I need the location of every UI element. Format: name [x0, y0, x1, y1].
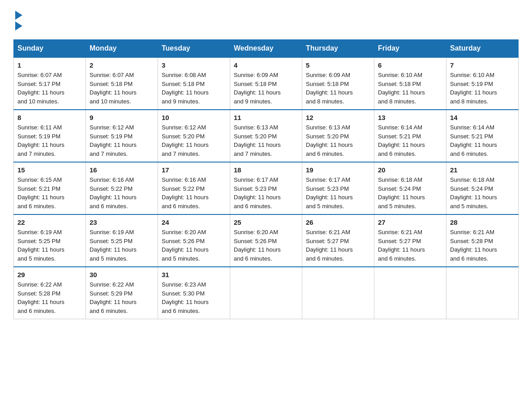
calendar-day-cell: 14 Sunrise: 6:14 AM Sunset: 5:21 PM Dayl… — [446, 110, 519, 162]
day-info: Sunrise: 6:07 AM Sunset: 5:17 PM Dayligh… — [17, 71, 82, 106]
calendar-day-cell — [374, 267, 446, 319]
day-number: 29 — [17, 271, 82, 278]
day-info: Sunrise: 6:12 AM Sunset: 5:20 PM Dayligh… — [162, 123, 226, 158]
day-info: Sunrise: 6:20 AM Sunset: 5:26 PM Dayligh… — [234, 228, 298, 263]
logo-arrow-icon — [15, 11, 22, 20]
day-info: Sunrise: 6:09 AM Sunset: 5:18 PM Dayligh… — [306, 71, 370, 106]
day-number: 22 — [17, 218, 82, 226]
day-number: 18 — [234, 166, 298, 174]
day-info: Sunrise: 6:09 AM Sunset: 5:18 PM Dayligh… — [234, 71, 298, 106]
weekday-header-sunday: Sunday — [14, 40, 86, 58]
calendar-day-cell: 29 Sunrise: 6:22 AM Sunset: 5:28 PM Dayl… — [14, 267, 86, 319]
calendar-day-cell: 27 Sunrise: 6:21 AM Sunset: 5:27 PM Dayl… — [374, 214, 446, 267]
day-number: 14 — [450, 114, 515, 121]
day-info: Sunrise: 6:21 AM Sunset: 5:27 PM Dayligh… — [306, 228, 370, 263]
logo-arrow-icon2 — [15, 21, 22, 30]
day-info: Sunrise: 6:10 AM Sunset: 5:18 PM Dayligh… — [378, 71, 442, 106]
day-number: 6 — [378, 61, 442, 69]
calendar-day-cell: 3 Sunrise: 6:08 AM Sunset: 5:18 PM Dayli… — [158, 57, 230, 110]
calendar-day-cell: 24 Sunrise: 6:20 AM Sunset: 5:26 PM Dayl… — [158, 214, 230, 267]
day-info: Sunrise: 6:22 AM Sunset: 5:29 PM Dayligh… — [90, 280, 154, 315]
day-number: 30 — [90, 271, 154, 278]
day-number: 28 — [450, 218, 515, 226]
day-info: Sunrise: 6:12 AM Sunset: 5:19 PM Dayligh… — [90, 123, 154, 158]
day-number: 19 — [306, 166, 370, 174]
day-number: 16 — [90, 166, 154, 174]
day-number: 8 — [17, 114, 82, 121]
day-info: Sunrise: 6:21 AM Sunset: 5:28 PM Dayligh… — [450, 228, 515, 263]
calendar-day-cell: 2 Sunrise: 6:07 AM Sunset: 5:18 PM Dayli… — [86, 57, 158, 110]
weekday-header-thursday: Thursday — [302, 40, 374, 58]
day-number: 4 — [234, 61, 298, 69]
day-number: 31 — [162, 271, 226, 278]
calendar-day-cell: 31 Sunrise: 6:23 AM Sunset: 5:30 PM Dayl… — [158, 267, 230, 319]
calendar-day-cell: 4 Sunrise: 6:09 AM Sunset: 5:18 PM Dayli… — [230, 57, 302, 110]
calendar-day-cell: 30 Sunrise: 6:22 AM Sunset: 5:29 PM Dayl… — [86, 267, 158, 319]
calendar-week-row: 15 Sunrise: 6:15 AM Sunset: 5:21 PM Dayl… — [14, 162, 519, 214]
calendar-day-cell: 13 Sunrise: 6:14 AM Sunset: 5:21 PM Dayl… — [374, 110, 446, 162]
calendar-day-cell: 26 Sunrise: 6:21 AM Sunset: 5:27 PM Dayl… — [302, 214, 374, 267]
calendar-day-cell: 10 Sunrise: 6:12 AM Sunset: 5:20 PM Dayl… — [158, 110, 230, 162]
day-info: Sunrise: 6:23 AM Sunset: 5:30 PM Dayligh… — [162, 280, 226, 315]
day-info: Sunrise: 6:11 AM Sunset: 5:19 PM Dayligh… — [17, 123, 82, 158]
calendar-day-cell: 19 Sunrise: 6:17 AM Sunset: 5:23 PM Dayl… — [302, 162, 374, 214]
day-number: 13 — [378, 114, 442, 121]
day-info: Sunrise: 6:16 AM Sunset: 5:22 PM Dayligh… — [90, 176, 154, 210]
weekday-header-tuesday: Tuesday — [158, 40, 230, 58]
weekday-header-wednesday: Wednesday — [230, 40, 302, 58]
day-info: Sunrise: 6:21 AM Sunset: 5:27 PM Dayligh… — [378, 228, 442, 263]
weekday-header-friday: Friday — [374, 40, 446, 58]
calendar-day-cell: 11 Sunrise: 6:13 AM Sunset: 5:20 PM Dayl… — [230, 110, 302, 162]
calendar-day-cell: 5 Sunrise: 6:09 AM Sunset: 5:18 PM Dayli… — [302, 57, 374, 110]
day-number: 7 — [450, 61, 515, 69]
day-number: 17 — [162, 166, 226, 174]
calendar-table: SundayMondayTuesdayWednesdayThursdayFrid… — [13, 39, 519, 319]
calendar-day-cell: 22 Sunrise: 6:19 AM Sunset: 5:25 PM Dayl… — [14, 214, 86, 267]
day-info: Sunrise: 6:17 AM Sunset: 5:23 PM Dayligh… — [234, 176, 298, 210]
day-number: 23 — [90, 218, 154, 226]
calendar-week-row: 22 Sunrise: 6:19 AM Sunset: 5:25 PM Dayl… — [14, 214, 519, 267]
day-info: Sunrise: 6:17 AM Sunset: 5:23 PM Dayligh… — [306, 176, 370, 210]
calendar-day-cell — [230, 267, 302, 319]
calendar-day-cell: 9 Sunrise: 6:12 AM Sunset: 5:19 PM Dayli… — [86, 110, 158, 162]
day-info: Sunrise: 6:13 AM Sunset: 5:20 PM Dayligh… — [306, 123, 370, 158]
day-info: Sunrise: 6:07 AM Sunset: 5:18 PM Dayligh… — [90, 71, 154, 106]
calendar-day-cell: 17 Sunrise: 6:16 AM Sunset: 5:22 PM Dayl… — [158, 162, 230, 214]
day-info: Sunrise: 6:20 AM Sunset: 5:26 PM Dayligh… — [162, 228, 226, 263]
day-number: 12 — [306, 114, 370, 121]
calendar-day-cell: 16 Sunrise: 6:16 AM Sunset: 5:22 PM Dayl… — [86, 162, 158, 214]
day-number: 2 — [90, 61, 154, 69]
day-info: Sunrise: 6:14 AM Sunset: 5:21 PM Dayligh… — [378, 123, 442, 158]
day-number: 21 — [450, 166, 515, 174]
day-number: 3 — [162, 61, 226, 69]
calendar-day-cell: 1 Sunrise: 6:07 AM Sunset: 5:17 PM Dayli… — [14, 57, 86, 110]
day-info: Sunrise: 6:13 AM Sunset: 5:20 PM Dayligh… — [234, 123, 298, 158]
day-info: Sunrise: 6:18 AM Sunset: 5:24 PM Dayligh… — [378, 176, 442, 210]
calendar-day-cell: 12 Sunrise: 6:13 AM Sunset: 5:20 PM Dayl… — [302, 110, 374, 162]
day-number: 10 — [162, 114, 226, 121]
calendar-day-cell — [302, 267, 374, 319]
day-info: Sunrise: 6:15 AM Sunset: 5:21 PM Dayligh… — [17, 176, 82, 210]
day-number: 11 — [234, 114, 298, 121]
calendar-day-cell: 21 Sunrise: 6:18 AM Sunset: 5:24 PM Dayl… — [446, 162, 519, 214]
calendar-day-cell: 15 Sunrise: 6:15 AM Sunset: 5:21 PM Dayl… — [14, 162, 86, 214]
day-number: 26 — [306, 218, 370, 226]
day-info: Sunrise: 6:19 AM Sunset: 5:25 PM Dayligh… — [17, 228, 82, 263]
calendar-day-cell: 18 Sunrise: 6:17 AM Sunset: 5:23 PM Dayl… — [230, 162, 302, 214]
page-header — [13, 9, 519, 30]
calendar-day-cell: 8 Sunrise: 6:11 AM Sunset: 5:19 PM Dayli… — [14, 110, 86, 162]
day-info: Sunrise: 6:19 AM Sunset: 5:25 PM Dayligh… — [90, 228, 154, 263]
day-info: Sunrise: 6:10 AM Sunset: 5:19 PM Dayligh… — [450, 71, 515, 106]
weekday-header-saturday: Saturday — [446, 40, 519, 58]
calendar-day-cell: 6 Sunrise: 6:10 AM Sunset: 5:18 PM Dayli… — [374, 57, 446, 110]
weekday-header-monday: Monday — [86, 40, 158, 58]
day-number: 5 — [306, 61, 370, 69]
day-number: 15 — [17, 166, 82, 174]
day-info: Sunrise: 6:18 AM Sunset: 5:24 PM Dayligh… — [450, 176, 515, 210]
calendar-header-row: SundayMondayTuesdayWednesdayThursdayFrid… — [14, 40, 519, 58]
calendar-day-cell: 23 Sunrise: 6:19 AM Sunset: 5:25 PM Dayl… — [86, 214, 158, 267]
day-number: 9 — [90, 114, 154, 121]
day-info: Sunrise: 6:14 AM Sunset: 5:21 PM Dayligh… — [450, 123, 515, 158]
day-info: Sunrise: 6:16 AM Sunset: 5:22 PM Dayligh… — [162, 176, 226, 210]
day-number: 20 — [378, 166, 442, 174]
